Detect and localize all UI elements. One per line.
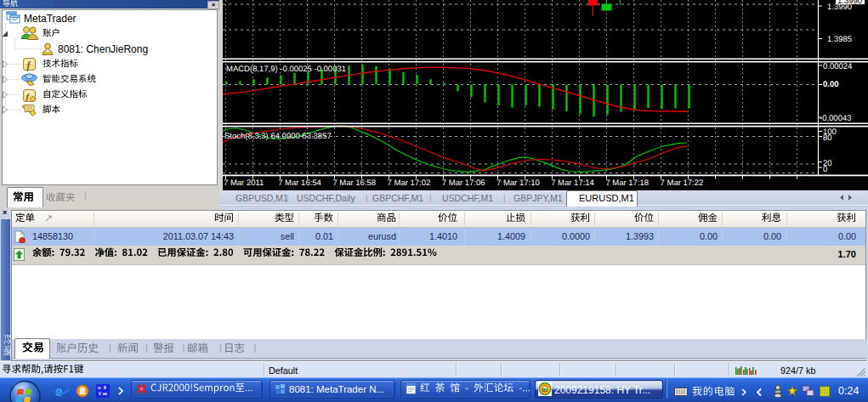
svg-text:e: e	[55, 383, 62, 399]
svg-text:Stoch(8,3,3) 64.0000 63.3857: Stoch(8,3,3) 64.0000 63.3857	[224, 132, 332, 141]
svg-text:-0.00043: -0.00043	[820, 114, 852, 123]
svg-text:m: m	[542, 387, 547, 393]
svg-text:7 Mar 16:54: 7 Mar 16:54	[278, 178, 321, 188]
svg-text:7 Mar 16:58: 7 Mar 16:58	[332, 178, 376, 188]
svg-text:0: 0	[823, 165, 827, 174]
svg-text:0.00024: 0.00024	[823, 62, 852, 71]
svg-text:7 Mar 17:02: 7 Mar 17:02	[388, 178, 431, 188]
svg-text:7 Mar 17:06: 7 Mar 17:06	[442, 178, 485, 188]
svg-text:0.00: 0.00	[823, 80, 839, 89]
svg-text:7 Mar 2011: 7 Mar 2011	[224, 178, 264, 188]
svg-text:7 Mar 17:14: 7 Mar 17:14	[551, 178, 594, 188]
svg-text:7 Mar 17:18: 7 Mar 17:18	[605, 178, 649, 188]
svg-text:7 Mar 17:22: 7 Mar 17:22	[661, 178, 704, 188]
svg-text:80: 80	[823, 133, 832, 143]
svg-text:7 Mar 17:10: 7 Mar 17:10	[496, 178, 540, 188]
svg-text:MACD(8,17,9) -0.00025 -0.00031: MACD(8,17,9) -0.00025 -0.00031	[226, 65, 346, 74]
svg-text:1.3985: 1.3985	[827, 35, 852, 44]
